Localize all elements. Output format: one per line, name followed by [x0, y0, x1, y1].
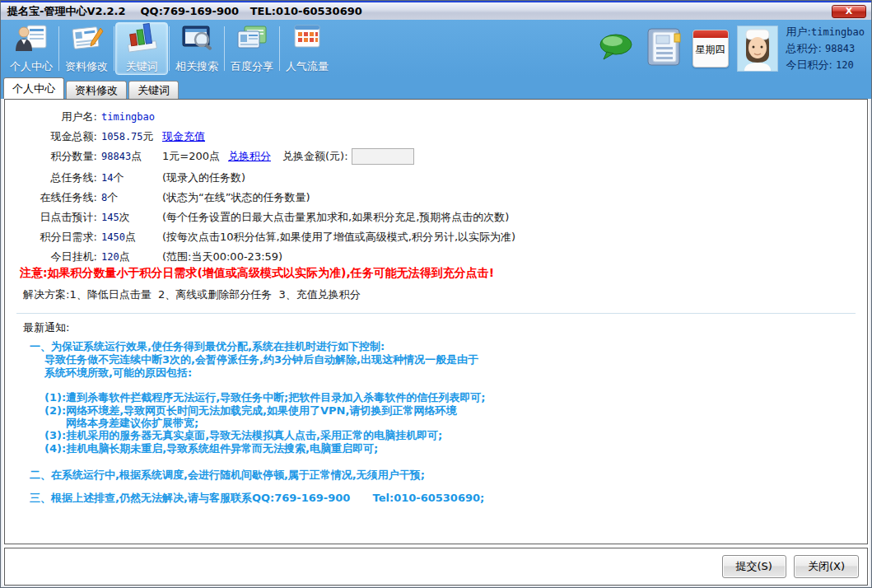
- stat-note: (范围:当天00:00-23:59): [162, 250, 282, 264]
- toolbar-item-label: 资料修改: [65, 59, 108, 74]
- toolbar-item-label: 百度分享: [231, 59, 273, 74]
- today-points-line: 今日积分: 120: [786, 57, 865, 73]
- calendar-header: [693, 30, 728, 38]
- cash-row: 现金总额: 1058.75元 现金充值: [20, 128, 856, 145]
- exchange-amount-label: 兑换金额(元):: [282, 149, 348, 164]
- solution-text: 解决方案:1、降低日点击量 2、离线或删除部分任务 3、充值兑换积分: [23, 287, 361, 302]
- notice-reason-2: (2):网络环境差,导致网页长时间无法加载完成,如果使用了VPN,请切换到正常网…: [44, 404, 456, 417]
- username-label: 用户名:: [20, 110, 97, 124]
- user-info-block: 用户:timingbao 总积分: 98843 今日积分: 120: [786, 24, 865, 73]
- submit-button[interactable]: 提交(S): [722, 555, 786, 578]
- toolbar-item-user-center[interactable]: 个人中心: [5, 22, 58, 75]
- username-value: timingbao: [101, 111, 162, 123]
- stat-row-total-tasks: 总任务线: 14个 (现录入的任务数): [20, 169, 856, 186]
- toolbar-item-profile-edit[interactable]: 资料修改: [60, 22, 113, 75]
- section-divider: [16, 313, 856, 314]
- notice-paragraph-3: 三、根据上述排查,仍然无法解决,请与客服联系QQ:769-169-900 Tel…: [30, 492, 484, 504]
- stat-note: (每个任务设置的日最大点击量累加求和,如果积分充足,预期将点击的次数): [162, 210, 509, 225]
- avatar[interactable]: [737, 26, 778, 72]
- user-line: 用户:timingbao: [786, 24, 865, 40]
- toolbar-separator: [224, 26, 225, 71]
- related-search-icon: [180, 23, 214, 58]
- profile-edit-icon: [69, 23, 104, 58]
- stat-row-daily-points-need: 积分日需求: 1450点 (按每次点击10积分估算,如果使用了增值或高级模式,积…: [20, 228, 856, 245]
- toolbar-item-label: 关键词: [126, 59, 158, 74]
- close-icon[interactable]: X: [832, 5, 866, 18]
- main-toolbar: 个人中心 资料修改: [1, 20, 871, 77]
- cash-label: 现金总额:: [20, 129, 97, 144]
- notice-reason-3: (3):挂机采用的服务器无真实桌面,导致无法模拟真人点击,采用正常的电脑挂机即可…: [44, 429, 442, 441]
- stat-note: (状态为“在线”状态的任务数量): [162, 190, 310, 205]
- personal-center-panel: 用户名: timingbao 现金总额: 1058.75元 现金充值 积分数量:…: [4, 99, 868, 544]
- toolbar-right-group: 星期四 用户:timingbao 总积分: 98843 今日积分: 120: [597, 24, 871, 73]
- window-title: 提名宝-管理中心V2.2.2 QQ:769-169-900 TEL:010-60…: [7, 4, 362, 19]
- cash-value: 1058.75元: [101, 129, 162, 144]
- chat-bubble-icon[interactable]: [597, 30, 635, 67]
- title-bar: 提名宝-管理中心V2.2.2 QQ:769-169-900 TEL:010-60…: [1, 1, 871, 20]
- notice-reason-4: (4):挂机电脑长期未重启,导致系统组件异常而无法搜索,电脑重启即可;: [44, 442, 378, 455]
- exchange-points-link[interactable]: 兑换积分: [228, 149, 271, 164]
- cash-recharge-link[interactable]: 现金充值: [162, 129, 205, 144]
- toolbar-item-related-search[interactable]: 相关搜索: [170, 22, 223, 75]
- points-row: 积分数量: 98843点 1元=200点 兑换积分 兑换金额(元):: [20, 147, 856, 165]
- stat-row-today-hangup: 今日挂机: 120点 (范围:当天00:00-23:59): [20, 248, 856, 265]
- toolbar-item-keywords[interactable]: 关键词: [115, 22, 168, 75]
- user-center-icon: [14, 23, 49, 58]
- exchange-rate-text: 1元=200点: [162, 149, 220, 164]
- tab-personal-center[interactable]: 个人中心: [3, 77, 64, 99]
- notice-paragraph-1-line-2: 导致任务做不完连续中断3次的,会暂停派任务,约3分钟后自动解除,出现这种情况一般…: [44, 353, 478, 366]
- traffic-grid-icon: [290, 23, 324, 58]
- toolbar-separator: [169, 26, 170, 71]
- points-value: 98843点: [101, 149, 162, 164]
- tab-keywords[interactable]: 关键词: [128, 81, 179, 99]
- toolbar-item-baidu-share[interactable]: 百度分享: [226, 22, 278, 75]
- tab-strip: 个人中心 资料修改 关键词: [1, 77, 871, 99]
- toolbar-item-label: 人气流量: [286, 59, 329, 74]
- notice-paragraph-2: 二、在系统运行中,根据系统调度,会进行随机间歇停顿,属于正常情况,无须用户干预;: [30, 469, 425, 481]
- app-window: 提名宝-管理中心V2.2.2 QQ:769-169-900 TEL:010-60…: [0, 0, 872, 588]
- toolbar-separator: [58, 26, 59, 71]
- baidu-share-icon: [235, 23, 269, 58]
- notice-reason-2-cont: 网络本身差建议你扩展带宽;: [66, 417, 198, 429]
- stat-note: (按每次点击10积分估算,如果使用了增值或高级模式,积分另计,以实际为准): [162, 230, 515, 245]
- stat-row-daily-clicks: 日点击预计: 145次 (每个任务设置的日最大点击量累加求和,如果积分充足,预期…: [20, 208, 856, 226]
- notice-paragraph-1-line-3: 系统环境所致,可能的原因包括:: [44, 366, 192, 379]
- notice-paragraph-1-line-1: 一、为保证系统运行效果,使任务得到最优分配,系统在挂机时进行如下控制:: [30, 340, 385, 352]
- total-points-line: 总积分: 98843: [786, 40, 865, 57]
- toolbar-item-label: 相关搜索: [175, 59, 218, 74]
- notice-reason-1: (1):遭到杀毒软件拦截程序无法运行,导致任务中断;把软件目录加入杀毒软件的信任…: [44, 391, 485, 404]
- tab-profile-edit[interactable]: 资料修改: [66, 81, 127, 99]
- toolbar-separator: [114, 26, 114, 71]
- stat-note: (现录入的任务数): [162, 170, 245, 185]
- notebook-icon[interactable]: [643, 26, 684, 72]
- warning-text: 注意:如果积分数量小于积分日需求(增值或高级模式以实际为准),任务可能无法得到充…: [20, 266, 494, 281]
- notice-title: 最新通知:: [23, 320, 69, 335]
- stat-row-online-tasks: 在线任务线: 8个 (状态为“在线”状态的任务数量): [20, 189, 856, 206]
- toolbar-item-traffic[interactable]: 人气流量: [281, 22, 333, 75]
- toolbar-item-label: 个人中心: [10, 59, 53, 74]
- keywords-chart-icon: [124, 23, 159, 58]
- username-row: 用户名: timingbao: [20, 108, 856, 125]
- close-button[interactable]: 关闭(X): [794, 555, 859, 578]
- calendar-icon[interactable]: 星期四: [692, 30, 729, 68]
- points-label: 积分数量:: [20, 149, 97, 164]
- toolbar-separator: [279, 26, 280, 71]
- exchange-amount-input[interactable]: [352, 148, 414, 165]
- weekday-label: 星期四: [693, 43, 728, 57]
- footer-button-panel: 提交(S) 关闭(X): [4, 548, 868, 586]
